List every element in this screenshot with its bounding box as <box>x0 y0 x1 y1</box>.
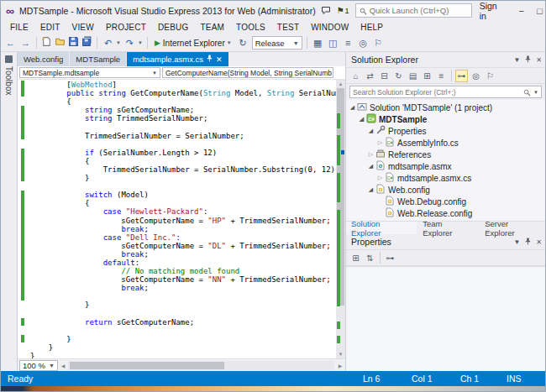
switch-views-icon[interactable]: ⇄ <box>364 70 376 82</box>
view-code-icon[interactable]: ≡ <box>435 70 448 82</box>
code-line[interactable] <box>30 292 336 301</box>
save-all-icon[interactable] <box>81 35 92 50</box>
code-line[interactable]: public string GetComputerName(String Mod… <box>30 89 336 97</box>
properties-header[interactable]: Properties ▼ ✕ <box>346 234 545 249</box>
new-file-icon[interactable] <box>41 35 52 50</box>
tab-web.config[interactable]: Web.config <box>18 52 69 66</box>
panel-tab-solution-explorer[interactable]: Solution Explorer <box>346 222 417 234</box>
properties-window-icon[interactable]: ≡ <box>342 38 354 48</box>
code-line[interactable] <box>30 182 336 191</box>
close-tab-icon[interactable]: ✕ <box>216 55 223 64</box>
expanded-arrow-icon[interactable]: ◢ <box>367 163 375 170</box>
solution-search-box[interactable]: ▼ <box>349 86 542 98</box>
code-line[interactable] <box>30 123 336 131</box>
code-line[interactable]: sGetComputerName = "DL" + TrimmedSerialN… <box>30 242 336 250</box>
tree-item-mdtsample[interactable]: ◢C#MDTSample <box>346 113 545 125</box>
close-panel-icon[interactable]: ✕ <box>536 238 542 246</box>
menu-debug[interactable]: DEBUG <box>152 23 195 32</box>
code-line[interactable]: string TrimmedSerialNumber; <box>30 114 336 123</box>
categorized-icon[interactable]: ⊞ <box>349 252 362 264</box>
properties-icon[interactable]: ⊞ <box>421 70 433 82</box>
scroll-down-icon[interactable]: ▼ <box>336 350 345 358</box>
save-icon[interactable] <box>68 35 79 50</box>
refresh-icon[interactable]: ↻ <box>392 70 405 82</box>
code-line[interactable]: { <box>30 157 336 165</box>
code-line[interactable]: switch (Model) <box>30 191 336 199</box>
scroll-right-icon[interactable]: ▶ <box>335 363 345 368</box>
solution-search-input[interactable] <box>353 88 521 97</box>
forward-icon[interactable]: → <box>19 38 32 48</box>
expanded-arrow-icon[interactable]: ◢ <box>358 116 365 123</box>
menu-test[interactable]: TEST <box>271 23 305 32</box>
open-file-icon[interactable] <box>55 35 66 50</box>
code-line[interactable] <box>30 140 336 149</box>
collapsed-arrow-icon[interactable]: ▷ <box>367 151 375 158</box>
code-line[interactable]: } <box>30 174 336 182</box>
tab-mdtsample[interactable]: MDTSample <box>70 52 126 66</box>
refresh-icon[interactable]: ↻ <box>237 38 249 49</box>
properties-grid[interactable] <box>346 266 545 371</box>
home-icon[interactable]: ⌂ <box>349 70 362 82</box>
code-line[interactable] <box>30 327 336 335</box>
back-icon[interactable]: ← <box>4 38 17 48</box>
menu-help[interactable]: HELP <box>354 23 389 32</box>
window-position-icon[interactable]: ▼ <box>513 238 520 246</box>
pin-icon[interactable] <box>525 237 531 247</box>
code-line[interactable]: case "Hewlett-Packard": <box>30 207 336 216</box>
collapsed-arrow-icon[interactable]: ▷ <box>376 175 384 181</box>
team-explorer-icon[interactable]: ◫ <box>327 38 339 49</box>
menu-window[interactable]: WINDOW <box>305 23 354 32</box>
code-line[interactable]: break; <box>30 225 336 233</box>
zoom-selector[interactable]: 100 % ▼ <box>19 360 58 371</box>
toolbox-label[interactable]: Toolbox <box>4 66 13 95</box>
code-line[interactable]: sGetComputerName = "HP" + TrimmedSerialN… <box>30 217 336 225</box>
code-line[interactable]: { <box>30 199 336 207</box>
pin-icon[interactable] <box>525 55 531 65</box>
tree-item-assemblyinfo.cs[interactable]: ▷C#AssemblyInfo.cs <box>346 137 545 149</box>
expanded-arrow-icon[interactable]: ◢ <box>349 104 356 111</box>
menu-edit[interactable]: EDIT <box>34 23 66 32</box>
code-line[interactable]: } <box>30 352 336 358</box>
tree-item-properties[interactable]: ◢Properties <box>346 125 545 137</box>
panel-tab-server-explorer[interactable]: Server Explorer <box>480 222 545 234</box>
collapse-all-icon[interactable]: ⊟ <box>378 70 391 82</box>
minimize-button[interactable]: − <box>512 3 531 18</box>
close-panel-icon[interactable]: ✕ <box>536 56 542 64</box>
tree-item-solution-mdtsample-1-project-[interactable]: ◢Solution 'MDTSample' (1 project) <box>346 102 545 113</box>
preview-icon[interactable]: ◎ <box>470 70 482 82</box>
member-dropdown[interactable]: GetComputerName(String Model, String Ser… <box>162 67 333 78</box>
property-pages-icon[interactable]: ⊶ <box>384 252 396 264</box>
tree-item-mdtsample.asmx.cs[interactable]: ▷C#mdtsample.asmx.cs <box>346 172 545 184</box>
solution-explorer-header[interactable]: Solution Explorer ▼ ✕ <box>346 52 545 67</box>
code-line[interactable]: TrimmedSerialNumber = SerialNumber.Subst… <box>30 165 336 174</box>
configuration-selector[interactable]: Release▼ <box>252 36 302 50</box>
redo-icon[interactable]: ↷ <box>123 38 136 49</box>
code-line[interactable]: return sGetComputerName; <box>30 318 336 327</box>
code-line[interactable]: if (SerialNumber.Length > 12) <box>30 149 336 157</box>
code-line[interactable]: break; <box>30 284 336 292</box>
expanded-arrow-icon[interactable]: ◢ <box>367 128 375 134</box>
code-line[interactable]: [WebMethod] <box>30 81 336 89</box>
tree-item-web.release.config[interactable]: Web.Release.config <box>346 207 545 219</box>
code-line[interactable]: TrimmedSerialNumber = SerialNumber; <box>30 132 336 140</box>
notifications-flag-icon[interactable]: ⚑1 <box>337 6 349 15</box>
find-icon[interactable]: ◎ <box>357 38 370 49</box>
code-line[interactable]: } <box>30 301 336 309</box>
code-line[interactable]: string sGetComputerName; <box>30 106 336 114</box>
menu-team[interactable]: TEAM <box>195 23 231 32</box>
scroll-left-icon[interactable]: ◀ <box>58 363 68 368</box>
code-line[interactable]: // No matching model found <box>30 267 336 275</box>
tree-item-references[interactable]: ▷References <box>346 149 545 160</box>
quick-launch-input[interactable] <box>370 6 468 15</box>
toolbox-tab-strip[interactable]: Toolbox <box>1 52 18 371</box>
pending-changes-icon[interactable]: ⚐ <box>484 70 496 82</box>
title-bar[interactable]: ∞ MDTSample - Microsoft Visual Studio Ex… <box>1 1 545 20</box>
vertical-scrollbar[interactable]: ▲ ▼ <box>336 80 345 358</box>
horizontal-scrollbar[interactable] <box>68 361 334 370</box>
code-line[interactable] <box>30 310 336 318</box>
code-line[interactable]: } <box>30 343 336 352</box>
horizontal-scrollbar-thumb[interactable] <box>70 362 224 369</box>
alphabetical-icon[interactable]: ⇅ <box>364 252 376 264</box>
tree-item-web.config[interactable]: ◢Web.config <box>346 184 545 196</box>
collapsed-arrow-icon[interactable]: ▷ <box>376 139 384 146</box>
